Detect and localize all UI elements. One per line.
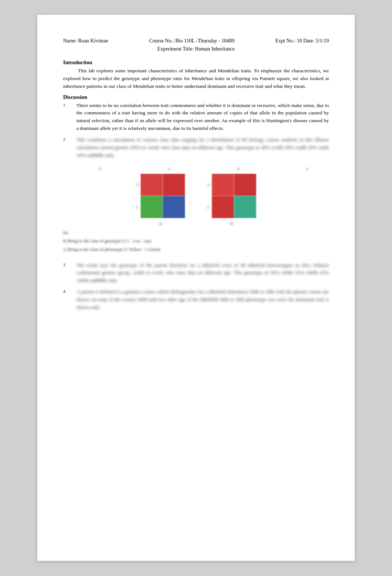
introduction-paragraph: This lab explores some important charact… xyxy=(63,67,329,90)
punnett-below-c: c) Bring to the class of phenotype (1 Ye… xyxy=(63,246,329,253)
punnett-right-grid xyxy=(212,174,256,218)
header-name: Name: Roan Kivimae xyxy=(63,37,108,45)
punnett-cell-BR xyxy=(163,196,185,218)
punnett-right-caption: b) xyxy=(230,221,233,225)
item2-text: This combines a calculation of various c… xyxy=(76,136,329,159)
punnett-cell-TR xyxy=(163,174,185,196)
discussion-section: Discussion 1. There seems to be no corre… xyxy=(63,94,329,159)
punnett-square-area: A a A a A a xyxy=(63,166,329,255)
header-course: Course No.: Bio 110L -Thursday - 10489 xyxy=(149,37,234,45)
punnett-cell-r-TR xyxy=(234,174,256,196)
punnett-right-top-A: A xyxy=(237,166,240,172)
punnett-cell-r-BR xyxy=(234,196,256,218)
punnett-left-grid xyxy=(141,174,185,218)
punnett-right-side-a: a xyxy=(207,196,210,218)
header-expt: Expt No.: 10 Date: 5/1/19 xyxy=(275,37,329,45)
introduction-title: Introduction xyxy=(63,59,329,66)
punnett-right-top-a: a xyxy=(306,166,308,172)
punnett-below-b: b) Bring to the class of genotype (1:1 :… xyxy=(63,238,329,245)
item4-number: 4. xyxy=(63,288,76,311)
item2-number: 2. xyxy=(63,136,76,159)
punnett-right-side-A: A xyxy=(207,174,210,196)
punnett-left-top-A: A xyxy=(99,166,102,172)
punnett-left-side-A: A xyxy=(136,174,139,196)
document-header: Name: Roan Kivimae Course No.: Bio 110L … xyxy=(63,37,329,54)
discussion-title: Discussion xyxy=(63,94,329,100)
introduction-section: Introduction This lab explores some impo… xyxy=(63,59,329,90)
item3-number: 3. xyxy=(63,262,76,285)
item4-text: A parent is defined to a genetics course… xyxy=(76,288,329,311)
punnett-left-top-a: a xyxy=(168,166,170,172)
punnett-cell-r-BL xyxy=(212,196,234,218)
document-page: Name: Roan Kivimae Course No.: Bio 110L … xyxy=(37,15,355,561)
discussion-item-3: 3. The result says the genotype of the p… xyxy=(63,262,329,285)
punnett-right: A a b) xyxy=(207,174,256,225)
item1-number: 1. xyxy=(63,102,76,133)
punnett-cell-TL xyxy=(141,174,163,196)
discussion-item-2: 2. This combines a calculation of variou… xyxy=(63,136,329,159)
punnett-below-a: (a) xyxy=(63,229,329,236)
header-title: Experiment Title: Human Inheritance xyxy=(157,46,235,52)
discussion-item-1: 1. There seems to be no correlation betw… xyxy=(63,102,329,133)
punnett-cell-r-TL xyxy=(212,174,234,196)
punnett-left-side-a: a xyxy=(136,196,139,218)
punnett-squares-container: A a a) A a xyxy=(136,174,256,225)
discussion-item-4: 4. A parent is defined to a genetics cou… xyxy=(63,288,329,311)
item1-text: There seems to be no correlation between… xyxy=(76,102,329,133)
punnett-left-caption: a) xyxy=(159,221,162,225)
item3-text: The result says the genotype of the pare… xyxy=(76,262,329,285)
punnett-left: A a a) xyxy=(136,174,185,225)
punnett-cell-BL xyxy=(141,196,163,218)
